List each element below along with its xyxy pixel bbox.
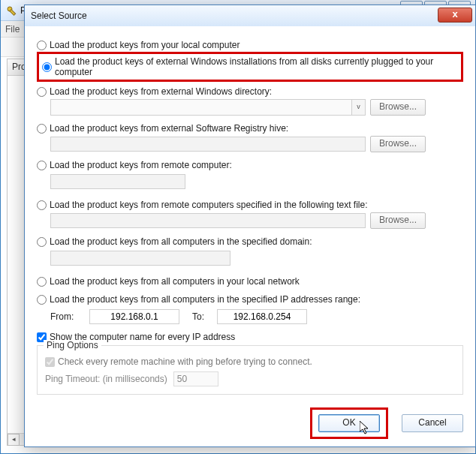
chevron-down-icon[interactable]: v: [351, 100, 365, 115]
highlight-ok-button: OK: [310, 407, 388, 439]
dialog-titlebar[interactable]: Select Source x: [25, 5, 475, 26]
combo-external-dir[interactable]: v: [50, 99, 366, 116]
dialog-body: Load the product keys from your local co…: [25, 26, 475, 405]
label-remote-file: Load the product keys from remote comput…: [50, 200, 368, 210]
label-local-network: Load the product keys from all computers…: [50, 276, 300, 287]
row-ip-range: From: To:: [50, 309, 463, 324]
label-external-dir: Load the product keys from external Wind…: [50, 86, 272, 97]
row-domain: [50, 248, 463, 272]
group-ping-options: Ping Options Check every remote machine …: [37, 345, 463, 395]
option-ip-range[interactable]: Load the product keys from all computers…: [37, 294, 463, 305]
ok-button[interactable]: OK: [318, 414, 380, 432]
option-local-network[interactable]: Load the product keys from all computers…: [37, 276, 463, 287]
label-ping-timeout: Ping Timeout: (in milliseconds): [45, 374, 167, 384]
option-registry-hive[interactable]: Load the product keys from external Soft…: [37, 123, 463, 134]
dialog-title: Select Source: [31, 11, 87, 21]
input-ip-from[interactable]: [89, 309, 179, 324]
row-remote-computer: [50, 172, 463, 195]
menu-file[interactable]: File: [5, 24, 20, 35]
input-ping-timeout[interactable]: [173, 371, 218, 386]
option-domain[interactable]: Load the product keys from all computers…: [37, 236, 463, 247]
radio-registry-hive[interactable]: [37, 124, 47, 134]
option-external-all-disks[interactable]: Load the product keys of external Window…: [42, 56, 458, 77]
dialog-close-button[interactable]: x: [438, 8, 472, 23]
browse-external-dir-button[interactable]: Browse...: [370, 99, 426, 116]
radio-external-dir[interactable]: [37, 87, 47, 97]
row-external-dir: v Browse...: [50, 99, 463, 116]
option-remote-computer[interactable]: Load the product keys from remote comput…: [37, 160, 463, 170]
svg-rect-1: [10, 9, 16, 15]
input-domain[interactable]: [50, 251, 230, 266]
label-to: To:: [187, 311, 209, 322]
label-registry-hive: Load the product keys from external Soft…: [50, 123, 288, 134]
scroll-left-button[interactable]: ◂: [8, 434, 20, 446]
option-external-dir[interactable]: Load the product keys from external Wind…: [37, 86, 463, 97]
group-title-ping: Ping Options: [44, 340, 101, 350]
input-registry-hive[interactable]: [50, 137, 366, 152]
row-registry-hive: Browse...: [50, 136, 463, 152]
input-remote-computer[interactable]: [50, 174, 185, 189]
radio-remote-file[interactable]: [37, 200, 47, 210]
radio-external-all[interactable]: [42, 62, 52, 72]
browse-remote-file-button[interactable]: Browse...: [370, 212, 426, 229]
select-source-dialog: Select Source x Load the product keys fr…: [24, 5, 476, 447]
input-ip-to[interactable]: [217, 309, 307, 324]
radio-ip-range[interactable]: [37, 295, 47, 305]
label-ping: Check every remote machine with ping bef…: [58, 356, 312, 367]
option-local[interactable]: Load the product keys from your local co…: [37, 40, 463, 50]
label-remote-computer: Load the product keys from remote comput…: [50, 160, 232, 170]
label-ip-range: Load the product keys from all computers…: [50, 294, 360, 305]
label-local: Load the product keys from your local co…: [50, 40, 240, 50]
browse-registry-hive-button[interactable]: Browse...: [370, 136, 426, 152]
radio-domain[interactable]: [37, 237, 47, 247]
row-remote-file: Browse...: [50, 212, 463, 229]
dialog-button-row: OK Cancel: [310, 407, 463, 439]
option-remote-file[interactable]: Load the product keys from remote comput…: [37, 200, 463, 210]
label-domain: Load the product keys from all computers…: [50, 236, 312, 247]
row-ping-check[interactable]: Check every remote machine with ping bef…: [45, 356, 455, 367]
label-from: From:: [50, 311, 82, 322]
row-ping-timeout: Ping Timeout: (in milliseconds): [45, 371, 455, 386]
checkbox-ping[interactable]: [45, 357, 55, 367]
app-icon: [5, 5, 17, 17]
radio-local[interactable]: [37, 41, 47, 50]
input-remote-file[interactable]: [50, 213, 366, 228]
radio-remote-computer[interactable]: [37, 161, 47, 170]
cancel-button[interactable]: Cancel: [402, 414, 463, 432]
label-external-all: Load the product keys of external Window…: [55, 56, 458, 77]
highlight-selected-option: Load the product keys of external Window…: [37, 52, 463, 82]
radio-local-network[interactable]: [37, 277, 47, 287]
